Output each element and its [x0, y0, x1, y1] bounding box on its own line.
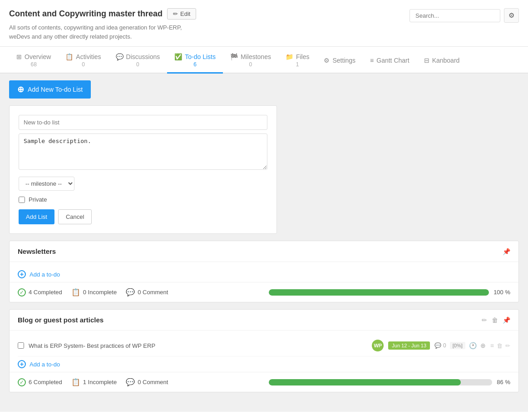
todo-section-title-blog: Blog or guest post articles [18, 316, 104, 324]
progress-bar-newsletters [269, 289, 489, 296]
todo-list-description-textarea[interactable]: Sample description. [19, 133, 267, 170]
add-plus-icon-blog: + [18, 360, 26, 368]
header-title-row: Content and Copywriting master thread ✏ … [9, 8, 196, 20]
comment-icon-blog: 💬 [126, 378, 135, 386]
form-actions: Add List Cancel [19, 209, 267, 224]
private-label: Private [29, 196, 47, 203]
settings-icon: ⚙ [324, 57, 330, 64]
search-input[interactable] [410, 9, 500, 22]
header-left: Content and Copywriting master thread ✏ … [9, 8, 196, 41]
todo-footer-blog: ✓ 6 Completed 📋 1 Incomplete 💬 0 Comment [10, 372, 518, 392]
incomplete-stat-blog: 📋 1 Incomplete [71, 378, 117, 386]
discussions-icon: 💬 [116, 53, 123, 60]
percent-badge: [0%] [450, 342, 465, 349]
todo-list-title-input[interactable] [19, 115, 267, 130]
files-icon: 📁 [286, 53, 293, 60]
date-badge: Jun 12 - Jun 13 [388, 341, 430, 350]
tab-kanboard[interactable]: ⊟ Kanboard [417, 50, 467, 70]
todo-item-checkbox[interactable] [18, 342, 24, 349]
clipboard-icon-newsletters: 📋 [71, 288, 80, 296]
add-todo-link-newsletters[interactable]: + Add a to-do [18, 267, 510, 282]
gantt-icon: ≡ [370, 57, 374, 64]
incomplete-stat-newsletters: 📋 0 Incomplete [71, 288, 117, 296]
page-title: Content and Copywriting master thread [9, 9, 163, 19]
tab-files[interactable]: 📁 Files 1 [278, 47, 317, 74]
edit-button[interactable]: ✏ Edit [167, 8, 196, 20]
private-checkbox-row: Private [19, 196, 267, 203]
todo-section-actions-newsletters: 📌 [503, 248, 510, 255]
tab-discussions[interactable]: 💬 Discussions 0 [109, 47, 168, 74]
pin-icon[interactable]: 📌 [503, 248, 510, 255]
todo-section-title-newsletters: Newsletters [18, 247, 56, 255]
todo-item-text[interactable]: What is ERP System- Best practices of WP… [29, 342, 367, 349]
menu-icon[interactable]: ≡ [490, 342, 494, 349]
todo-icon: ✅ [174, 53, 182, 60]
comment-bubble-icon: 💬 [434, 342, 441, 349]
cancel-button[interactable]: Cancel [58, 209, 92, 224]
todo-section-newsletters: Newsletters 📌 + Add a to-do ✓ 4 Complete… [9, 241, 519, 302]
completed-stat-newsletters: ✓ 4 Completed [18, 288, 62, 296]
check-icon-newsletters: ✓ [18, 288, 26, 296]
todo-footer-newsletters: ✓ 4 Completed 📋 0 Incomplete 💬 0 Comment [10, 282, 518, 302]
edit-icon-blog[interactable]: ✏ [482, 316, 487, 324]
private-checkbox[interactable] [19, 197, 25, 203]
add-sub-icon[interactable]: ⊕ [480, 342, 486, 349]
progress-newsletters: 100 % [269, 289, 511, 296]
trash-icon-item[interactable]: 🗑 [497, 342, 503, 349]
plus-icon: ⊕ [17, 84, 24, 94]
comment-stat-newsletters: 💬 0 Comment [126, 288, 168, 296]
newsletters-body: + Add a to-do [10, 262, 518, 282]
add-plus-icon: + [18, 270, 26, 278]
avatar: WP [372, 340, 384, 351]
todo-item-actions: ≡ 🗑 ✏ [490, 342, 510, 349]
todo-section-header-blog: Blog or guest post articles ✏ 🗑 📌 [10, 310, 518, 331]
progress-bar-wrap-newsletters [269, 289, 489, 296]
new-todo-list-form: Sample description. -- milestone -- Priv… [9, 105, 277, 234]
add-list-button[interactable]: Add List [19, 209, 54, 224]
page-header: Content and Copywriting master thread ✏ … [0, 0, 528, 47]
edit-icon-item[interactable]: ✏ [505, 342, 510, 349]
milestone-select[interactable]: -- milestone -- [19, 177, 74, 191]
pencil-icon: ✏ [173, 10, 178, 17]
tab-settings[interactable]: ⚙ Settings [316, 50, 363, 70]
pin-icon-blog[interactable]: 📌 [503, 316, 510, 324]
content-area: ⊕ Add New To-do List Sample description.… [0, 74, 528, 412]
tab-gantt-chart[interactable]: ≡ Gantt Chart [363, 50, 417, 70]
milestones-icon: 🏁 [230, 53, 238, 60]
overview-icon: ⊞ [16, 53, 22, 60]
add-new-todo-list-button[interactable]: ⊕ Add New To-do List [9, 80, 91, 99]
completed-stat-blog: ✓ 6 Completed [18, 378, 62, 386]
progress-bar-blog [269, 379, 461, 385]
activities-icon: 📋 [65, 53, 73, 60]
blog-body: What is ERP System- Best practices of WP… [10, 331, 518, 372]
tab-activities[interactable]: 📋 Activities 0 [58, 47, 108, 74]
settings-gear-button[interactable]: ⚙ [504, 8, 519, 23]
progress-pct-newsletters: 100 % [493, 289, 510, 296]
comment-stat-blog: 💬 0 Comment [126, 378, 168, 386]
nav-tabs: ⊞ Overview 68 📋 Activities 0 💬 Discussio… [0, 47, 528, 74]
header-description: All sorts of contents, copywriting and i… [9, 23, 196, 41]
comment-icon-newsletters: 💬 [126, 288, 135, 296]
progress-pct-blog: 86 % [497, 379, 510, 385]
progress-blog: 86 % [269, 379, 511, 385]
todo-section-blog-articles: Blog or guest post articles ✏ 🗑 📌 What i… [9, 309, 519, 392]
check-icon-blog: ✓ [18, 378, 26, 386]
gear-icon: ⚙ [508, 11, 514, 19]
kanboard-icon: ⊟ [424, 57, 429, 64]
trash-icon-blog[interactable]: 🗑 [492, 316, 498, 324]
todo-item: What is ERP System- Best practices of WP… [18, 335, 510, 356]
tab-milestones[interactable]: 🏁 Milestones 0 [223, 47, 278, 74]
add-todo-link-blog[interactable]: + Add a to-do [18, 356, 510, 372]
clock-icon[interactable]: 🕐 [469, 342, 477, 349]
tab-todo-lists[interactable]: ✅ To-do Lists 6 [167, 47, 223, 74]
todo-section-header-newsletters: Newsletters 📌 [10, 241, 518, 262]
todo-section-actions-blog: ✏ 🗑 📌 [482, 316, 510, 324]
todo-item-meta: 💬 0 [0%] 🕐 ⊕ [434, 342, 486, 349]
comment-count: 💬 0 [434, 342, 446, 349]
clipboard-icon-blog: 📋 [71, 378, 80, 386]
progress-bar-wrap-blog [269, 379, 493, 385]
header-right: ⚙ [410, 8, 519, 23]
tab-overview[interactable]: ⊞ Overview 68 [9, 47, 58, 74]
